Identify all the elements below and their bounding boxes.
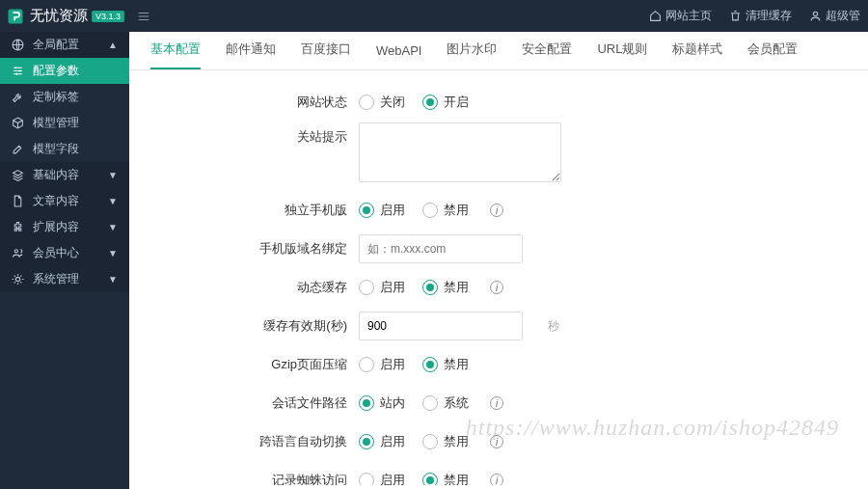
row-mobile_standalone: 独立手机版启用禁用i [129, 192, 868, 229]
radio-icon [359, 473, 374, 485]
dynamic_cache-option-0[interactable]: 启用 [359, 279, 405, 296]
top-link-0[interactable]: 网站主页 [649, 8, 712, 24]
radio-label: 禁用 [444, 356, 469, 373]
sidebar-item-label: 全局配置 [33, 37, 79, 53]
radio-label: 禁用 [444, 433, 469, 450]
cache-ttl-input[interactable] [359, 312, 523, 340]
sidebar-item-3[interactable]: 模型管理 [0, 110, 129, 136]
row-cache_ttl: 缓存有效期(秒)秒 [129, 308, 868, 344]
top-link-1[interactable]: 清理缓存 [729, 8, 792, 24]
tab-5[interactable]: 安全配置 [522, 41, 572, 69]
radio-label: 开启 [444, 94, 469, 111]
logo-area: 无忧资源 V3.1.3 [0, 7, 129, 26]
spider_log-radio-group: 启用禁用 [359, 472, 469, 485]
user-icon [809, 10, 822, 22]
label-lang_auto_switch: 跨语言自动切换 [129, 433, 359, 450]
brand-logo-icon [6, 7, 25, 26]
radio-icon [359, 434, 374, 449]
tab-2[interactable]: 百度接口 [301, 41, 351, 69]
field-session_path: 站内系统i [359, 394, 503, 412]
help-icon[interactable]: i [490, 435, 503, 448]
gear-icon [12, 273, 25, 285]
lang_auto_switch-option-0[interactable]: 启用 [359, 433, 405, 450]
field-gzip: 启用禁用 [359, 356, 469, 373]
help-icon[interactable]: i [490, 204, 503, 217]
home-icon [649, 10, 662, 22]
sidebar-item-label: 配置参数 [33, 63, 79, 79]
top-link-2[interactable]: 超级管 [809, 8, 860, 24]
tab-0[interactable]: 基本配置 [150, 41, 201, 69]
radio-label: 禁用 [444, 202, 469, 219]
site_status-option-1[interactable]: 开启 [422, 94, 469, 111]
radio-label: 启用 [380, 472, 405, 485]
radio-label: 禁用 [444, 279, 469, 296]
help-icon[interactable]: i [490, 396, 503, 410]
tab-8[interactable]: 会员配置 [747, 41, 798, 69]
sidebar-item-0[interactable]: 全局配置▲ [0, 32, 129, 58]
spider_log-option-0[interactable]: 启用 [359, 472, 405, 485]
sidebar-item-1[interactable]: 配置参数 [0, 58, 129, 84]
sidebar-item-5[interactable]: 基础内容▼ [0, 162, 129, 188]
label-dynamic_cache: 动态缓存 [129, 279, 359, 296]
field-lang_auto_switch: 启用禁用i [359, 433, 503, 450]
menu-toggle-button[interactable] [129, 0, 158, 32]
sidebar-item-2[interactable]: 定制标签 [0, 84, 129, 110]
sidebar-item-label: 会员中心 [33, 245, 79, 261]
top-right-links: 网站主页清理缓存超级管 [649, 8, 868, 24]
chevron-down-icon: ▼ [108, 222, 118, 232]
sidebar-item-6[interactable]: 文章内容▼ [0, 188, 129, 214]
puzzle-icon [12, 221, 25, 233]
radio-icon [422, 395, 438, 411]
config-form: 网站状态关闭开启关站提示独立手机版启用禁用i手机版域名绑定动态缓存启用禁用i缓存… [129, 70, 868, 485]
gzip-option-0[interactable]: 启用 [359, 356, 405, 373]
gzip-option-1[interactable]: 禁用 [422, 356, 469, 373]
cube-icon [12, 117, 25, 129]
session_path-option-1[interactable]: 系统 [422, 394, 469, 412]
tab-6[interactable]: URL规则 [597, 41, 647, 69]
tab-4[interactable]: 图片水印 [447, 41, 497, 69]
help-icon[interactable]: i [490, 281, 503, 294]
session_path-option-0[interactable]: 站内 [359, 394, 405, 412]
sidebar-item-8[interactable]: 会员中心▼ [0, 240, 129, 266]
chevron-down-icon: ▼ [108, 248, 118, 258]
top-link-label: 清理缓存 [746, 8, 792, 24]
label-mobile_standalone: 独立手机版 [129, 202, 359, 219]
spider_log-option-1[interactable]: 禁用 [422, 472, 469, 485]
tab-7[interactable]: 标题样式 [672, 41, 722, 69]
radio-icon [359, 357, 374, 372]
dynamic_cache-option-1[interactable]: 禁用 [422, 279, 469, 296]
site_status-option-0[interactable]: 关闭 [359, 94, 405, 111]
help-icon[interactable]: i [490, 474, 503, 485]
label-site_status: 网站状态 [129, 94, 359, 111]
sidebar-item-4[interactable]: 模型字段 [0, 136, 129, 162]
tab-bar: 基本配置邮件通知百度接口WebAPI图片水印安全配置URL规则标题样式会员配置 [129, 32, 868, 70]
radio-label: 启用 [380, 279, 405, 296]
users-icon [12, 247, 25, 259]
mobile_standalone-option-1[interactable]: 禁用 [422, 202, 469, 219]
gzip-radio-group: 启用禁用 [359, 356, 469, 373]
layers-icon [12, 169, 25, 181]
wrench-icon [12, 91, 25, 103]
row-lang_auto_switch: 跨语言自动切换启用禁用i [129, 423, 868, 460]
lang_auto_switch-option-1[interactable]: 禁用 [422, 433, 469, 450]
radio-icon [422, 473, 438, 485]
sidebar: 全局配置▲配置参数定制标签模型管理模型字段基础内容▼文章内容▼扩展内容▼会员中心… [0, 32, 129, 489]
radio-label: 禁用 [444, 472, 469, 485]
close-tip-textarea[interactable] [359, 122, 561, 182]
main-content: 基本配置邮件通知百度接口WebAPI图片水印安全配置URL规则标题样式会员配置 … [129, 32, 868, 489]
cache-ttl-suffix: 秒 [548, 318, 559, 335]
tab-3[interactable]: WebAPI [376, 43, 421, 69]
mobile_standalone-option-0[interactable]: 启用 [359, 202, 405, 219]
row-close_tip: 关站提示 [129, 122, 868, 182]
sidebar-item-9[interactable]: 系统管理▼ [0, 266, 129, 292]
file-icon [12, 195, 25, 207]
mobile-domain-input[interactable] [359, 234, 523, 263]
field-mobile_standalone: 启用禁用i [359, 202, 503, 219]
tab-1[interactable]: 邮件通知 [226, 41, 276, 69]
version-badge: V3.1.3 [92, 11, 124, 22]
radio-icon [422, 95, 438, 110]
sidebar-item-7[interactable]: 扩展内容▼ [0, 214, 129, 240]
label-mobile_domain: 手机版域名绑定 [129, 240, 359, 258]
sidebar-item-label: 定制标签 [33, 89, 79, 105]
radio-label: 启用 [380, 202, 405, 219]
